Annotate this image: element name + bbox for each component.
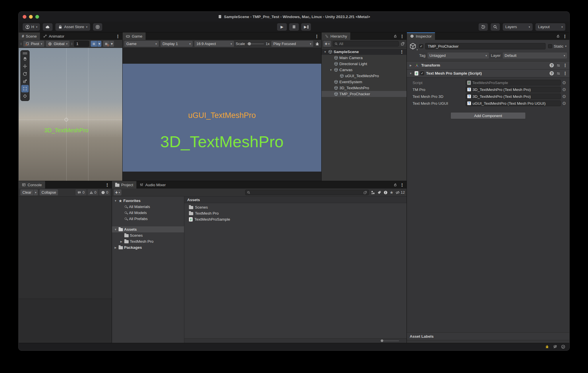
- hierarchy-item[interactable]: EventSystem ⋮: [322, 79, 407, 85]
- error-filter-button[interactable]: 0: [99, 189, 110, 195]
- console-clear-dropdown[interactable]: ▾: [34, 189, 38, 195]
- rect-tool-button[interactable]: [21, 85, 29, 92]
- project-tree-item[interactable]: All Prefabs: [112, 216, 184, 222]
- kebab-menu-icon[interactable]: ⋮: [563, 34, 567, 38]
- active-checkbox[interactable]: ✓: [419, 44, 423, 48]
- chevron-down-icon[interactable]: ▾: [565, 45, 566, 48]
- account-button[interactable]: H▾: [23, 23, 40, 31]
- help-icon[interactable]: ?: [550, 63, 554, 67]
- object-picker-icon[interactable]: ⊙: [561, 101, 568, 106]
- asset-item[interactable]: TextMeshProSample: [184, 216, 407, 222]
- pause-button[interactable]: [289, 23, 299, 31]
- tab-project[interactable]: Project: [112, 181, 136, 189]
- hierarchy-item[interactable]: ▼ Canvas ⋮: [322, 67, 407, 73]
- presets-icon[interactable]: [556, 63, 560, 67]
- snap-increment-button[interactable]: [103, 41, 109, 47]
- lock-icon[interactable]: [393, 183, 397, 187]
- project-tree-item[interactable]: ▼ Assets: [112, 226, 184, 232]
- play-button[interactable]: ▶: [277, 23, 287, 31]
- expand-arrow[interactable]: ▼: [329, 69, 333, 71]
- project-tree-item[interactable]: ▶ TextMesh Pro: [112, 238, 184, 244]
- hand-tool-button[interactable]: [21, 55, 29, 63]
- search-by-type-icon[interactable]: [371, 190, 375, 195]
- hidden-packages-toggle[interactable]: 12: [395, 190, 405, 195]
- tab-scene[interactable]: # Scene: [19, 32, 40, 40]
- asset-store-button[interactable]: Asset Store▾: [55, 23, 90, 31]
- transform-tool-button[interactable]: [21, 92, 29, 100]
- collab-layers-icon[interactable]: [553, 345, 557, 349]
- expand-arrow[interactable]: ▶: [119, 240, 123, 243]
- game-view[interactable]: uGUI_TextMeshPro 3D_TextMeshPro: [123, 48, 321, 181]
- gameobject-icon[interactable]: ▾: [409, 42, 417, 50]
- tab-animator[interactable]: Animator: [40, 32, 67, 40]
- project-tree-item[interactable]: All Models: [112, 210, 184, 216]
- grid-snap-button[interactable]: [91, 41, 97, 47]
- warning-filter-button[interactable]: 0: [88, 189, 98, 195]
- object-picker-icon[interactable]: ⊙: [561, 94, 568, 99]
- help-icon[interactable]: ?: [550, 71, 554, 75]
- object-reference-field[interactable]: uGUI_TextMeshPro (Text Mesh Pro UGUI): [466, 100, 561, 106]
- activity-check-icon[interactable]: [561, 345, 565, 349]
- hierarchy-item[interactable]: 3D_TextMeshPro ⋮: [322, 85, 407, 91]
- grid-size-field[interactable]: 1: [74, 41, 89, 47]
- debugger-bug-icon[interactable]: [545, 345, 549, 349]
- kebab-menu-icon[interactable]: ⋮: [563, 63, 567, 67]
- hierarchy-item[interactable]: TMP_ProChacker ⋮: [322, 91, 407, 97]
- object-picker-icon[interactable]: ⊙: [561, 80, 568, 85]
- project-tree-item[interactable]: All Materials: [112, 204, 184, 210]
- search-by-label-icon[interactable]: [377, 190, 382, 195]
- project-search-input[interactable]: [245, 190, 369, 195]
- hierarchy-item[interactable]: uGUI_TextMeshPro ⋮: [322, 73, 407, 79]
- hierarchy-item[interactable]: Main Camera ⋮: [322, 55, 407, 61]
- display-dropdown[interactable]: Display 1▾: [160, 41, 193, 47]
- kebab-menu-icon[interactable]: ⋮: [400, 183, 404, 187]
- tag-dropdown[interactable]: Untagged▾: [428, 53, 489, 59]
- hierarchy-item[interactable]: Directional Light ⋮: [322, 61, 407, 67]
- scale-slider[interactable]: [247, 44, 264, 44]
- fullscreen-button[interactable]: [35, 15, 39, 19]
- asset-item[interactable]: Scenes: [184, 204, 407, 210]
- hierarchy-search-input[interactable]: All: [333, 41, 399, 46]
- debug-bug-icon[interactable]: [315, 42, 320, 46]
- expand-arrow[interactable]: ▼: [409, 72, 413, 75]
- slider-knob[interactable]: [381, 339, 383, 342]
- rotate-tool-button[interactable]: [21, 70, 29, 77]
- kebab-menu-icon[interactable]: ⋮: [400, 50, 405, 54]
- game-mode-dropdown[interactable]: Game▾: [124, 41, 159, 47]
- close-button[interactable]: [23, 15, 26, 19]
- minimize-button[interactable]: [29, 15, 33, 19]
- component-enabled-checkbox[interactable]: ✓: [420, 71, 424, 75]
- tab-console[interactable]: Console: [19, 181, 45, 189]
- move-gizmo[interactable]: [65, 118, 68, 121]
- expand-arrow[interactable]: ▼: [114, 199, 117, 202]
- console-log-area[interactable]: [19, 197, 112, 299]
- game-render-area[interactable]: uGUI_TextMeshPro 3D_TextMeshPro: [123, 64, 321, 172]
- gameobject-name-field[interactable]: TMP_ProChacker: [425, 43, 546, 49]
- cloud-button[interactable]: [43, 23, 53, 31]
- search-button[interactable]: [491, 23, 500, 31]
- console-collapse-toggle[interactable]: Collapse: [40, 189, 58, 195]
- object-reference-field[interactable]: TextMeshProSample: [466, 80, 561, 86]
- presets-icon[interactable]: [556, 71, 560, 75]
- snap-increment-dropdown[interactable]: ▾: [110, 41, 114, 47]
- asset-item[interactable]: TextMesh Pro: [184, 210, 407, 216]
- layer-dropdown[interactable]: Default▾: [503, 53, 567, 59]
- static-checkbox[interactable]: [548, 44, 552, 48]
- open-window-icon[interactable]: [401, 42, 405, 46]
- project-add-button[interactable]: ▾: [114, 189, 121, 195]
- pivot-dropdown[interactable]: Pivot▾: [23, 41, 44, 47]
- tab-game[interactable]: Game: [123, 32, 146, 40]
- tab-audio-mixer[interactable]: Audio Mixer: [136, 181, 169, 189]
- layout-dropdown[interactable]: Layout▾: [535, 23, 565, 31]
- kebab-menu-icon[interactable]: ⋮: [400, 34, 404, 38]
- kebab-menu-icon[interactable]: ⋮: [116, 34, 120, 38]
- scene-viewport[interactable]: 3D_TextMeshPro: [19, 48, 122, 181]
- project-tree-item[interactable]: ▼ Favorites: [112, 198, 184, 204]
- hierarchy-add-button[interactable]: ▾: [323, 41, 331, 47]
- info-filter-button[interactable]: 0: [76, 189, 86, 195]
- object-reference-field[interactable]: 3D_TextMeshPro (Text Mesh Pro): [466, 94, 561, 99]
- asset-zoom-slider[interactable]: [381, 341, 399, 341]
- layers-dropdown[interactable]: Layers▾: [503, 23, 533, 31]
- undo-history-button[interactable]: [479, 23, 488, 31]
- kebab-menu-icon[interactable]: ⋮: [105, 183, 109, 187]
